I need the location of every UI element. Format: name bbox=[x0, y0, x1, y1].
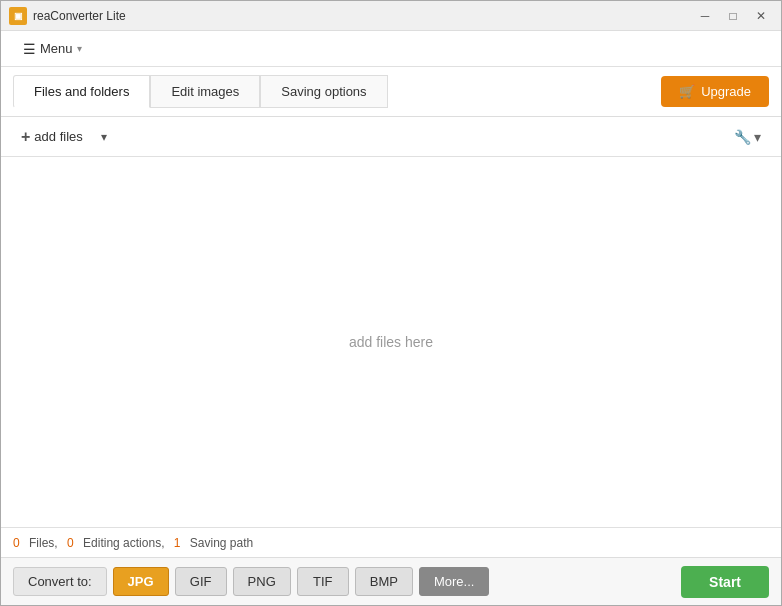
add-files-dropdown-button[interactable]: ▾ bbox=[95, 126, 113, 148]
toolbar: + add files ▾ 🔧 ▾ bbox=[1, 117, 781, 157]
tab-files-and-folders[interactable]: Files and folders bbox=[13, 75, 150, 108]
format-bmp-button[interactable]: BMP bbox=[355, 567, 413, 596]
upgrade-label: Upgrade bbox=[701, 84, 751, 99]
files-count: 0 bbox=[13, 536, 20, 550]
app-title: reaConverter Lite bbox=[33, 9, 126, 23]
tab-saving-options[interactable]: Saving options bbox=[260, 75, 387, 108]
maximize-button[interactable]: □ bbox=[721, 7, 745, 25]
app-icon: ▣ bbox=[9, 7, 27, 25]
wrench-icon: 🔧 bbox=[734, 129, 751, 145]
format-jpg-button[interactable]: JPG bbox=[113, 567, 169, 596]
format-tif-button[interactable]: TIF bbox=[297, 567, 349, 596]
menu-icon: ☰ bbox=[23, 41, 36, 57]
close-button[interactable]: ✕ bbox=[749, 7, 773, 25]
path-count: 1 bbox=[174, 536, 181, 550]
plus-icon: + bbox=[21, 128, 30, 146]
convert-label: Convert to: bbox=[13, 567, 107, 596]
title-bar-left: ▣ reaConverter Lite bbox=[9, 7, 126, 25]
main-content: add files here bbox=[1, 157, 781, 527]
tab-edit-images[interactable]: Edit images bbox=[150, 75, 260, 108]
menu-chevron: ▾ bbox=[77, 43, 82, 54]
title-bar: ▣ reaConverter Lite ─ □ ✕ bbox=[1, 1, 781, 31]
add-files-label: add files bbox=[34, 129, 82, 144]
tab-bar: Files and folders Edit images Saving opt… bbox=[1, 67, 781, 117]
more-formats-button[interactable]: More... bbox=[419, 567, 489, 596]
settings-arrow: ▾ bbox=[754, 129, 761, 145]
actions-label: Editing actions, bbox=[83, 536, 164, 550]
format-gif-button[interactable]: GIF bbox=[175, 567, 227, 596]
menu-label: Menu bbox=[40, 41, 73, 56]
actions-count: 0 bbox=[67, 536, 74, 550]
upgrade-button[interactable]: 🛒 Upgrade bbox=[661, 76, 769, 107]
path-label: Saving path bbox=[190, 536, 253, 550]
settings-button[interactable]: 🔧 ▾ bbox=[726, 125, 769, 149]
toolbar-left: + add files ▾ bbox=[13, 124, 113, 150]
menu-bar: ☰ Menu ▾ bbox=[1, 31, 781, 67]
add-files-button[interactable]: + add files bbox=[13, 124, 91, 150]
upgrade-icon: 🛒 bbox=[679, 84, 695, 99]
files-label: Files, bbox=[29, 536, 58, 550]
menu-button[interactable]: ☰ Menu ▾ bbox=[13, 37, 92, 61]
minimize-button[interactable]: ─ bbox=[693, 7, 717, 25]
title-bar-controls: ─ □ ✕ bbox=[693, 7, 773, 25]
toolbar-right: 🔧 ▾ bbox=[726, 125, 769, 149]
start-button[interactable]: Start bbox=[681, 566, 769, 598]
format-png-button[interactable]: PNG bbox=[233, 567, 291, 596]
bottom-bar: Convert to: JPG GIF PNG TIF BMP More... … bbox=[1, 557, 781, 605]
drop-placeholder: add files here bbox=[349, 334, 433, 350]
status-bar: 0 Files, 0 Editing actions, 1 Saving pat… bbox=[1, 527, 781, 557]
